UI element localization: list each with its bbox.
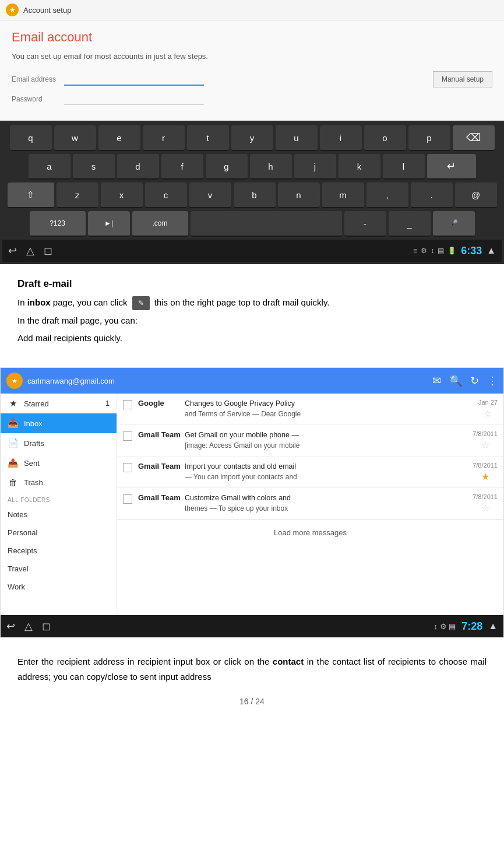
inbox-bold: inbox bbox=[27, 297, 51, 307]
gmail-home-icon[interactable]: △ bbox=[24, 620, 33, 633]
key-w[interactable]: w bbox=[54, 125, 96, 151]
gmail-recent-icon[interactable]: ◻ bbox=[42, 620, 51, 633]
key-n[interactable]: n bbox=[278, 182, 320, 208]
email-checkbox-3[interactable] bbox=[123, 463, 132, 472]
bottom-text: Enter the recipient address in recipient… bbox=[0, 647, 504, 691]
back-nav-icon[interactable]: ↩ bbox=[8, 244, 17, 257]
key-i[interactable]: i bbox=[320, 125, 362, 151]
key-m[interactable]: m bbox=[322, 182, 364, 208]
setup-title-text: Account setup bbox=[23, 6, 71, 15]
refresh-topbar-icon[interactable]: ↻ bbox=[470, 374, 479, 387]
sidebar-item-notes[interactable]: Notes bbox=[1, 506, 117, 524]
table-row[interactable]: Gmail Team Import your contacts and old … bbox=[117, 457, 503, 488]
gmail-account-email: carlmanwang@gmail.com bbox=[27, 377, 432, 385]
enter-key[interactable]: ↵ bbox=[427, 154, 476, 180]
backspace-key[interactable]: ⌫ bbox=[453, 125, 495, 151]
email-preview-3: Import your contacts and old email — You… bbox=[185, 462, 468, 482]
email-star-2[interactable]: ☆ bbox=[481, 440, 489, 451]
sidebar-item-travel[interactable]: Travel bbox=[1, 560, 117, 578]
drafts-icon: 📄 bbox=[8, 438, 18, 448]
shift-key[interactable]: ⇧ bbox=[8, 182, 54, 208]
email-star-4[interactable]: ☆ bbox=[481, 503, 489, 514]
sidebar-item-trash[interactable]: 🗑 Trash bbox=[1, 473, 117, 492]
key-d[interactable]: d bbox=[117, 154, 159, 180]
page-number: 16 / 24 bbox=[0, 691, 504, 715]
compose-topbar-icon[interactable]: ✉ bbox=[432, 374, 441, 387]
line1-start: In bbox=[17, 297, 27, 307]
more-topbar-icon[interactable]: ⋮ bbox=[487, 374, 498, 387]
key-t[interactable]: t bbox=[187, 125, 229, 151]
spacebar[interactable] bbox=[191, 211, 342, 237]
notes-label: Notes bbox=[8, 510, 27, 519]
key-f[interactable]: f bbox=[161, 154, 203, 180]
password-input[interactable] bbox=[64, 93, 204, 105]
email-star-3[interactable]: ★ bbox=[481, 471, 489, 482]
starred-label: Starred bbox=[24, 399, 49, 408]
gmail-body: ★ Starred 1 📥 Inbox 📄 Drafts 📤 Sent 🗑 Tr… bbox=[1, 394, 503, 615]
sidebar-item-personal[interactable]: Personal bbox=[1, 524, 117, 542]
sim-icon: ≡ bbox=[413, 247, 417, 255]
manual-setup-button[interactable]: Manual setup bbox=[433, 71, 492, 87]
load-more-button[interactable]: Load more messages bbox=[117, 519, 503, 545]
key-u[interactable]: u bbox=[276, 125, 318, 151]
key-comma[interactable]: , bbox=[366, 182, 408, 208]
key-l[interactable]: l bbox=[383, 154, 425, 180]
email-preview-1: Changes to Google Privacy Policy and Ter… bbox=[185, 399, 474, 419]
key-b[interactable]: b bbox=[234, 182, 276, 208]
key-a[interactable]: a bbox=[29, 154, 71, 180]
table-row[interactable]: Gmail Team Customize Gmail with colors a… bbox=[117, 488, 503, 519]
key-g[interactable]: g bbox=[206, 154, 248, 180]
key-mic[interactable]: 🎤 bbox=[433, 211, 475, 237]
key-dotcom[interactable]: .com bbox=[132, 211, 188, 237]
key-z[interactable]: z bbox=[57, 182, 98, 208]
gmail-wifi-icon: ▲ bbox=[488, 621, 498, 631]
draft-email-line3: Add mail recipients quickly. bbox=[17, 331, 487, 345]
email-star-1[interactable]: ☆ bbox=[484, 408, 492, 419]
key-y[interactable]: y bbox=[231, 125, 273, 151]
home-nav-icon[interactable]: △ bbox=[26, 244, 34, 257]
usb-icon: ↕ bbox=[431, 247, 434, 255]
key-x[interactable]: x bbox=[101, 182, 143, 208]
receipts-label: Receipts bbox=[8, 546, 37, 555]
key-j[interactable]: j bbox=[294, 154, 336, 180]
key-period[interactable]: . bbox=[411, 182, 453, 208]
key-num[interactable]: ?123 bbox=[30, 211, 86, 237]
table-row[interactable]: Gmail Team Get Gmail on your mobile phon… bbox=[117, 425, 503, 457]
sidebar-item-drafts[interactable]: 📄 Drafts bbox=[1, 433, 117, 453]
key-k[interactable]: k bbox=[339, 154, 380, 180]
sidebar-item-starred[interactable]: ★ Starred 1 bbox=[1, 394, 117, 413]
key-r[interactable]: r bbox=[143, 125, 185, 151]
email-checkbox-1[interactable] bbox=[123, 400, 132, 409]
sidebar-item-inbox[interactable]: 📥 Inbox bbox=[1, 413, 117, 433]
email-input[interactable] bbox=[64, 73, 204, 86]
all-folders-header: ALL FOLDERS bbox=[1, 492, 117, 506]
gmail-time: 7:28 bbox=[461, 620, 482, 633]
key-s[interactable]: s bbox=[73, 154, 115, 180]
setup-icon: ★ bbox=[6, 3, 19, 16]
email-snippet-4: themes — To spice up your inbox bbox=[185, 504, 468, 514]
email-address-row: Email address Manual setup bbox=[12, 71, 492, 87]
key-o[interactable]: o bbox=[364, 125, 406, 151]
email-sender-1: Google bbox=[138, 399, 185, 408]
key-v[interactable]: v bbox=[189, 182, 231, 208]
key-e[interactable]: e bbox=[98, 125, 140, 151]
gmail-back-icon[interactable]: ↩ bbox=[6, 620, 15, 633]
key-c[interactable]: c bbox=[145, 182, 187, 208]
gmail-bottombar: ↩ △ ◻ ↕ ⚙ ▤ 7:28 ▲ bbox=[1, 615, 503, 637]
recent-nav-icon[interactable]: ◻ bbox=[44, 244, 52, 257]
key-arrow[interactable]: ►| bbox=[88, 211, 130, 237]
key-dash[interactable]: - bbox=[344, 211, 386, 237]
table-row[interactable]: Google Changes to Google Privacy Policy … bbox=[117, 394, 503, 425]
key-at[interactable]: @ bbox=[455, 182, 497, 208]
key-h[interactable]: h bbox=[250, 154, 292, 180]
sidebar-item-work[interactable]: Work bbox=[1, 578, 117, 596]
sidebar-item-sent[interactable]: 📤 Sent bbox=[1, 453, 117, 473]
email-checkbox-2[interactable] bbox=[123, 431, 132, 441]
key-p[interactable]: p bbox=[408, 125, 450, 151]
key-q[interactable]: q bbox=[10, 125, 52, 151]
search-topbar-icon[interactable]: 🔍 bbox=[449, 374, 462, 387]
email-label: Email address bbox=[12, 75, 64, 83]
email-checkbox-4[interactable] bbox=[123, 494, 132, 504]
sidebar-item-receipts[interactable]: Receipts bbox=[1, 542, 117, 560]
key-underscore[interactable]: _ bbox=[389, 211, 431, 237]
